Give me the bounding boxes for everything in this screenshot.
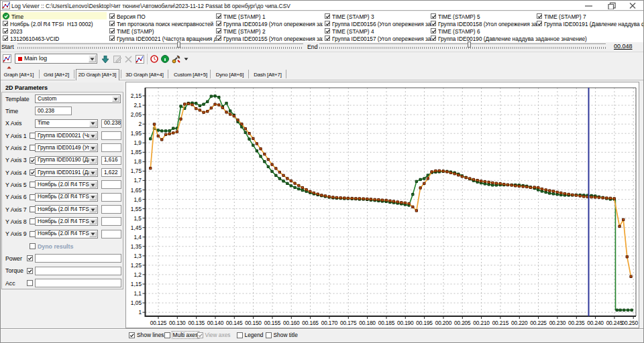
svg-text:00.210: 00.210: [473, 320, 490, 326]
svg-text:2: 2: [138, 121, 142, 127]
svg-text:1,05: 1,05: [131, 299, 142, 306]
svg-text:00.215: 00.215: [492, 320, 509, 326]
svg-text:2,15: 2,15: [131, 92, 142, 99]
svg-text:00.200: 00.200: [435, 320, 452, 326]
svg-text:1,15: 1,15: [131, 281, 142, 287]
svg-text:1,6: 1,6: [133, 196, 142, 203]
svg-text:00.150: 00.150: [245, 320, 262, 326]
svg-text:00.125: 00.125: [150, 320, 167, 326]
svg-text:00.145: 00.145: [226, 320, 243, 326]
svg-text:00.160: 00.160: [283, 320, 300, 326]
svg-text:1,8: 1,8: [133, 158, 142, 165]
svg-text:1,4: 1,4: [133, 234, 142, 241]
svg-text:00.135: 00.135: [188, 320, 205, 326]
svg-text:1,1: 1,1: [133, 290, 142, 297]
svg-text:1,5: 1,5: [133, 215, 142, 222]
svg-text:00.190: 00.190: [397, 320, 414, 326]
svg-text:2,05: 2,05: [131, 111, 142, 118]
svg-text:00.155: 00.155: [264, 320, 281, 326]
svg-text:00.235: 00.235: [568, 320, 585, 326]
svg-text:00.220: 00.220: [511, 320, 528, 326]
svg-text:1,25: 1,25: [131, 262, 142, 269]
svg-text:00.205: 00.205: [454, 320, 471, 326]
svg-text:00.185: 00.185: [378, 320, 395, 326]
svg-text:1,45: 1,45: [131, 224, 142, 231]
svg-text:00.250: 00.250: [622, 320, 639, 326]
svg-text:00.245: 00.245: [606, 320, 623, 326]
svg-text:00.180: 00.180: [359, 320, 376, 326]
svg-text:1,65: 1,65: [131, 187, 142, 194]
svg-text:1,9: 1,9: [133, 139, 142, 146]
svg-text:00.175: 00.175: [340, 320, 357, 326]
svg-text:1,75: 1,75: [131, 167, 142, 174]
svg-text:00.165: 00.165: [302, 320, 319, 326]
svg-text:00.240: 00.240: [587, 320, 604, 326]
svg-text:00.170: 00.170: [321, 320, 338, 326]
svg-text:1,2: 1,2: [133, 271, 142, 278]
svg-text:1,95: 1,95: [131, 130, 142, 137]
svg-text:1,35: 1,35: [131, 243, 142, 250]
svg-text:1,7: 1,7: [133, 177, 142, 184]
svg-text:2,1: 2,1: [133, 102, 142, 109]
svg-text:00.225: 00.225: [530, 320, 547, 326]
svg-text:1,85: 1,85: [131, 149, 142, 155]
svg-text:00.130: 00.130: [169, 320, 186, 326]
svg-text:1,3: 1,3: [133, 253, 142, 259]
svg-text:00.195: 00.195: [416, 320, 433, 326]
svg-text:00.140: 00.140: [207, 320, 224, 326]
svg-text:1: 1: [138, 309, 142, 316]
svg-text:1,55: 1,55: [131, 206, 142, 212]
svg-text:00.230: 00.230: [549, 320, 566, 326]
